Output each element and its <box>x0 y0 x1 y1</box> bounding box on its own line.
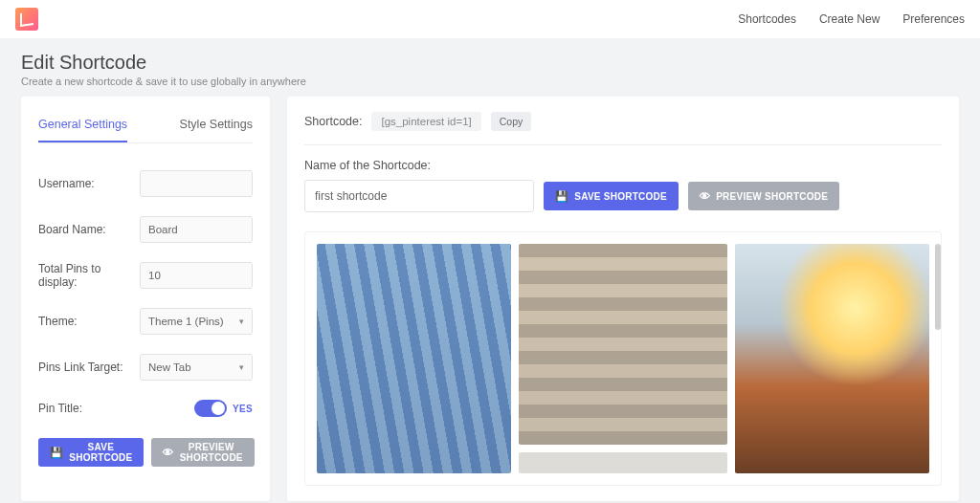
save-shortcode-label: SAVE SHORTCODE <box>574 191 667 202</box>
preview-shortcode-label: PREVIEW SHORTCODE <box>180 442 243 463</box>
shortcode-name-label: Name of the Shortcode: <box>304 159 942 172</box>
eye-icon: 👁 <box>163 447 173 458</box>
nav-preferences[interactable]: Preferences <box>902 12 965 26</box>
pin-title-state: YES <box>233 404 253 414</box>
preview-pin[interactable] <box>519 244 727 445</box>
top-nav: Shortcodes Create New Preferences <box>738 12 965 26</box>
settings-panel: General Settings Style Settings Username… <box>21 97 270 501</box>
total-pins-input[interactable] <box>140 262 253 289</box>
preview-pin[interactable] <box>735 244 929 473</box>
board-input[interactable] <box>140 216 253 243</box>
pin-title-toggle[interactable] <box>194 400 227 417</box>
tab-general[interactable]: General Settings <box>38 112 127 142</box>
preview-shortcode-button-side[interactable]: 👁 PREVIEW SHORTCODE <box>151 438 254 467</box>
theme-label: Theme: <box>38 315 78 328</box>
save-shortcode-button-side[interactable]: 💾 SAVE SHORTCODE <box>38 438 144 467</box>
nav-create-new[interactable]: Create New <box>819 12 880 26</box>
row-theme: Theme: Theme 1 (Pins) ▾ <box>38 298 253 344</box>
preview-area <box>304 231 942 486</box>
theme-select[interactable]: Theme 1 (Pins) ▾ <box>140 308 253 335</box>
pin-title-label: Pin Title: <box>38 402 82 415</box>
page-subtitle: Create a new shortcode & save it to use … <box>21 76 959 87</box>
row-total-pins: Total Pins to display: <box>38 252 253 298</box>
preview-pin[interactable] <box>317 244 511 473</box>
preview-shortcode-label: PREVIEW SHORTCODE <box>716 191 828 202</box>
page-title: Edit Shortcode <box>21 52 959 74</box>
shortcode-name-input[interactable] <box>304 180 534 212</box>
username-input[interactable] <box>140 170 253 197</box>
preview-shortcode-button-main[interactable]: 👁 PREVIEW SHORTCODE <box>688 182 839 210</box>
preview-pin[interactable] <box>519 452 727 473</box>
link-target-label: Pins Link Target: <box>38 361 123 374</box>
chevron-down-icon: ▾ <box>239 362 244 372</box>
page-header: Edit Shortcode Create a new shortcode & … <box>0 38 980 97</box>
shortcode-code: [gs_pinterest id=1] <box>371 112 480 131</box>
username-label: Username: <box>38 177 95 190</box>
nav-shortcodes[interactable]: Shortcodes <box>738 12 796 26</box>
preview-gallery <box>317 244 929 473</box>
total-pins-label: Total Pins to display: <box>38 262 140 289</box>
eye-icon: 👁 <box>700 190 710 202</box>
theme-value: Theme 1 (Pins) <box>148 316 224 327</box>
settings-tabs: General Settings Style Settings <box>38 112 253 143</box>
topbar: Shortcodes Create New Preferences <box>0 0 980 38</box>
save-shortcode-label: SAVE SHORTCODE <box>69 442 132 463</box>
board-label: Board Name: <box>38 223 106 236</box>
link-target-select[interactable]: New Tab ▾ <box>140 354 253 381</box>
shortcode-header-row: Shortcode: [gs_pinterest id=1] Copy <box>304 112 942 145</box>
save-shortcode-button-main[interactable]: 💾 SAVE SHORTCODE <box>544 182 679 210</box>
row-link-target: Pins Link Target: New Tab ▾ <box>38 344 253 390</box>
shortcode-label: Shortcode: <box>304 115 362 128</box>
main-panel: Shortcode: [gs_pinterest id=1] Copy Name… <box>287 97 959 501</box>
row-username: Username: <box>38 161 253 207</box>
copy-button[interactable]: Copy <box>491 112 532 131</box>
preview-scrollbar[interactable] <box>935 244 941 330</box>
save-icon: 💾 <box>50 447 63 459</box>
tab-style[interactable]: Style Settings <box>180 112 253 142</box>
row-pin-title: Pin Title: YES <box>38 390 253 426</box>
row-board: Board Name: <box>38 207 253 252</box>
link-target-value: New Tab <box>148 361 191 373</box>
save-icon: 💾 <box>555 190 568 203</box>
chevron-down-icon: ▾ <box>239 317 244 326</box>
app-logo <box>15 8 38 31</box>
